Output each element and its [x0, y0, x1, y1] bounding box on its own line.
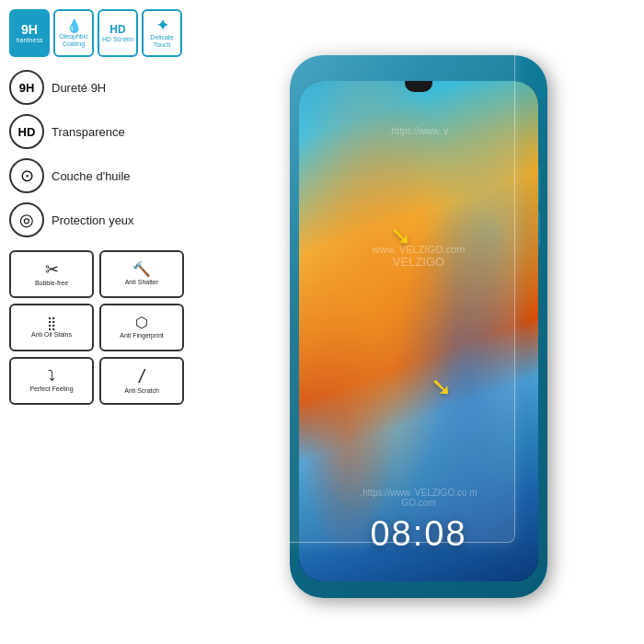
- anti-fingerprint-box: ⬡ Anti Fingerprint: [99, 304, 184, 351]
- feature-row-eye: ◎ Protection yeux: [9, 199, 184, 241]
- anti-oil-box: ⣿ Anti Oil Stains: [9, 304, 94, 351]
- main-container: 9H hardness 💧 OleophbicCoating HD HD Scr…: [0, 0, 644, 644]
- feature-row-oil: ⊙ Couche d'huile: [9, 155, 184, 197]
- anti-scratch-box: / Anti Scratch: [99, 357, 184, 405]
- oil-icon: ⊙: [9, 158, 44, 193]
- bubble-free-icon: ✂: [45, 261, 59, 278]
- anti-scratch-label: Anti Scratch: [124, 387, 159, 395]
- anti-oil-icon: ⣿: [47, 316, 56, 329]
- hardness-symbol: 9H: [21, 23, 38, 36]
- oleophobic-label: OleophbicCoating: [59, 33, 88, 47]
- perfect-feeling-box: ⤵ Perfect Feeling: [9, 357, 94, 405]
- glass-reflection: [282, 33, 514, 542]
- right-panel: .https://www. v www. VELZIGO.com VELZIGO…: [193, 0, 644, 644]
- feature-row-hd: HD Transparence: [9, 110, 184, 153]
- hardness-label: hardness: [17, 37, 43, 44]
- eye-protection-text: Protection yeux: [52, 213, 134, 227]
- anti-fingerprint-icon: ⬡: [135, 316, 148, 330]
- oleophobic-symbol: 💧: [66, 19, 82, 32]
- delicate-icon-box: ✦ DelicateTouch: [142, 9, 182, 57]
- hardness-9h-icon: 9H: [9, 70, 44, 105]
- anti-scratch-icon: /: [139, 367, 144, 385]
- anti-shatter-label: Anti Shatter: [125, 279, 159, 286]
- delicate-symbol: ✦: [156, 18, 168, 33]
- perfect-feeling-label: Perfect Feeling: [29, 385, 73, 393]
- anti-shatter-box: 🔨 Anti Shatter: [99, 250, 184, 298]
- feature-row-hardness: 9H Dureté 9H: [9, 66, 184, 109]
- top-icons-row: 9H hardness 💧 OleophbicCoating HD HD Scr…: [9, 9, 184, 57]
- glass-protector: [281, 32, 515, 543]
- oil-text: Couche d'huile: [52, 169, 131, 183]
- perfect-feeling-icon: ⤵: [48, 369, 55, 384]
- anti-shatter-icon: 🔨: [132, 262, 151, 277]
- oleophobic-icon-box: 💧 OleophbicCoating: [53, 9, 94, 57]
- bubble-free-box: ✂ Bubble-free: [9, 250, 94, 298]
- delicate-label: DelicateTouch: [150, 34, 173, 48]
- hd-text: Transparence: [52, 125, 125, 139]
- hd-screen-icon-box: HD HD Screen: [98, 9, 138, 57]
- left-panel: 9H hardness 💧 OleophbicCoating HD HD Scr…: [0, 0, 193, 644]
- anti-oil-label: Anti Oil Stains: [31, 331, 72, 339]
- hd-transparence-icon: HD: [9, 114, 44, 149]
- hardness-icon-box: 9H hardness: [9, 9, 50, 57]
- bottom-icons-grid: ✂ Bubble-free 🔨 Anti Shatter ⣿ Anti Oil …: [9, 250, 184, 405]
- eye-protection-icon: ◎: [9, 202, 44, 237]
- hd-label: HD Screen: [102, 36, 133, 43]
- bubble-free-label: Bubble-free: [35, 280, 68, 287]
- anti-fingerprint-label: Anti Fingerprint: [120, 332, 163, 339]
- phone-wrapper: .https://www. v www. VELZIGO.com VELZIGO…: [276, 46, 561, 616]
- hardness-9h-text: Dureté 9H: [52, 81, 106, 95]
- hd-symbol: HD: [109, 24, 125, 35]
